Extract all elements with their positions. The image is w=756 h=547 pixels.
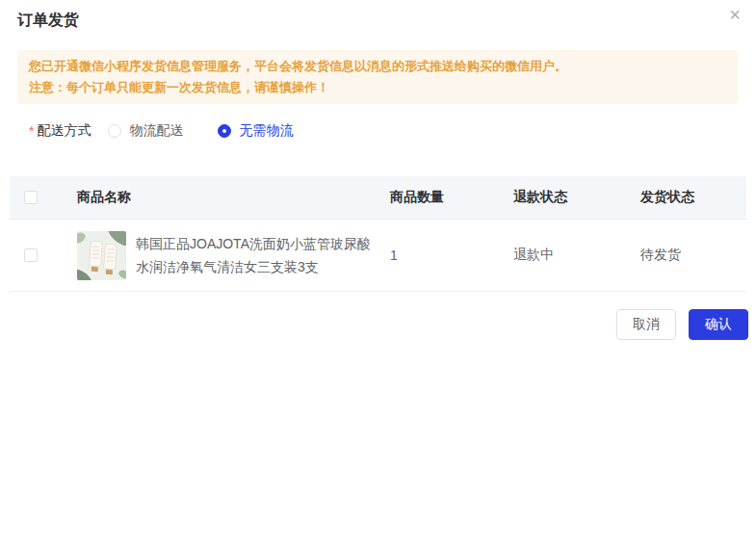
header-refund-status: 退款状态 (513, 189, 640, 206)
select-all-checkbox[interactable] (24, 191, 38, 204)
refund-status: 退款中 (513, 247, 640, 264)
radio-unselected-icon (108, 124, 121, 138)
leaf-decoration (77, 231, 88, 246)
delivery-method-label: 配送方式 (37, 122, 91, 140)
header-product-name: 商品名称 (77, 189, 390, 206)
radio-no-logistics-label: 无需物流 (239, 122, 293, 140)
radio-no-logistics[interactable]: 无需物流 (218, 122, 293, 140)
row-checkbox-cell (10, 248, 77, 262)
table-row: 韩国正品JOAJOTA洗面奶小蓝管玻尿酸水润洁净氧气清洁女三支装3支 1 退款中… (10, 220, 746, 292)
radio-logistics-delivery[interactable]: 物流配送 (108, 122, 183, 140)
table-header-row: 商品名称 商品数量 退款状态 发货状态 (10, 176, 746, 220)
warning-line-1: 您已开通微信小程序发货信息管理服务，平台会将发货信息以消息的形式推送给购买的微信… (29, 56, 726, 77)
radio-logistics-label: 物流配送 (129, 122, 183, 140)
header-product-quantity: 商品数量 (390, 189, 513, 206)
cosmetic-tube (89, 240, 103, 267)
required-asterisk: * (29, 123, 34, 139)
cosmetic-tube (103, 243, 117, 270)
dialog-title: 订单发货 (17, 11, 79, 31)
radio-selected-icon (218, 124, 231, 138)
leaf-decoration (77, 269, 92, 280)
product-name: 韩国正品JOAJOTA洗面奶小蓝管玻尿酸水润洁净氧气清洁女三支装3支 (136, 232, 390, 278)
shipping-status: 待发货 (640, 247, 746, 264)
product-cell: 韩国正品JOAJOTA洗面奶小蓝管玻尿酸水润洁净氧气清洁女三支装3支 (77, 231, 390, 280)
warning-line-2: 注意：每个订单只能更新一次发货信息，请谨慎操作！ (29, 77, 726, 98)
product-image (77, 231, 126, 280)
warning-banner: 您已开通微信小程序发货信息管理服务，平台会将发货信息以消息的形式推送给购买的微信… (17, 50, 738, 104)
product-quantity: 1 (390, 247, 513, 263)
leaf-decoration (117, 268, 126, 279)
cancel-button[interactable]: 取消 (616, 309, 676, 340)
header-shipping-status: 发货状态 (640, 189, 746, 206)
confirm-button[interactable]: 确认 (689, 309, 748, 340)
dialog-footer: 取消 确认 (616, 309, 748, 340)
order-shipment-dialog: 订单发货 × 您已开通微信小程序发货信息管理服务，平台会将发货信息以消息的形式推… (0, 0, 756, 547)
header-checkbox-cell (10, 191, 77, 204)
delivery-method-row: * 配送方式 物流配送 无需物流 (29, 121, 293, 141)
row-checkbox[interactable] (24, 248, 38, 262)
products-table: 商品名称 商品数量 退款状态 发货状态 韩国正品JOAJOTA洗面奶小蓝管玻尿酸… (10, 176, 746, 292)
close-icon[interactable]: × (721, 2, 748, 29)
